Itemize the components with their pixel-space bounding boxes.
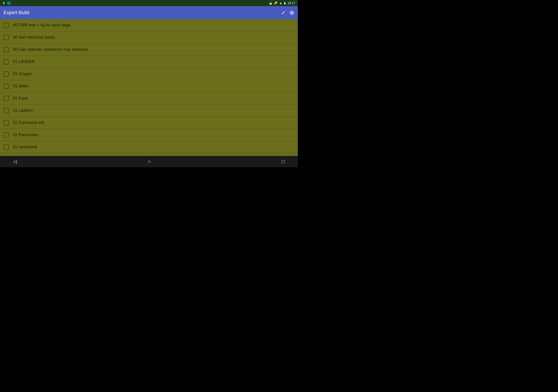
home-button[interactable]: ○ <box>148 159 151 164</box>
checklist-item[interactable]: 01 Food <box>0 92 298 104</box>
globe-icon: 🌐 <box>7 1 11 5</box>
checklist-item[interactable]: 00 TWR max < 4g for each stage <box>0 19 298 31</box>
checklist-item[interactable]: 01 Oxygen <box>0 68 298 80</box>
item-label: 01 Heatshield <box>13 145 37 149</box>
app-bar-actions: ✓ ⊕ <box>281 9 294 16</box>
checklist-item[interactable]: 01 LANDER <box>0 56 298 68</box>
checklist-item[interactable]: 01 Command unit <box>0 117 298 129</box>
checklist-item[interactable]: 00 Sum electrical needs <box>0 31 298 43</box>
bluetooth-icon: ⬓ <box>269 1 272 5</box>
time-display: 15:17 <box>288 1 295 5</box>
checklist-item[interactable]: 01 Ladders <box>0 104 298 117</box>
item-label: 00 TWR max < 4g for each stage <box>13 23 71 27</box>
checkbox[interactable] <box>3 47 9 52</box>
item-label: 00 Sum electrical needs <box>13 35 55 40</box>
battery-icon: ▮ <box>284 1 286 5</box>
checkbox[interactable] <box>3 96 9 101</box>
checklist-content: 00 TWR max < 4g for each stage00 Sum ele… <box>0 19 298 156</box>
checkbox[interactable] <box>3 59 9 64</box>
item-label: 01 Parachutes <box>13 133 38 137</box>
status-bar-right: ⬓ 🔑 ▲ ▮ 15:17 <box>269 1 295 5</box>
checkbox[interactable] <box>3 108 9 113</box>
checkbox[interactable] <box>3 35 9 40</box>
checkbox[interactable] <box>3 145 9 150</box>
checklist-item[interactable]: 01 Parachutes <box>0 129 298 141</box>
add-item-button[interactable]: ⊕ <box>289 9 294 16</box>
upload-icon: ⬆ <box>3 1 5 5</box>
checkbox[interactable] <box>3 132 9 138</box>
item-label: 01 Ladders <box>13 108 33 113</box>
checkbox[interactable] <box>3 23 9 28</box>
checklist-item[interactable]: 01 Water <box>0 80 298 92</box>
item-label: 01 Oxygen <box>13 72 32 76</box>
app-title: Expert Build <box>3 10 29 16</box>
checkbox[interactable] <box>3 71 9 77</box>
check-all-button[interactable]: ✓ <box>281 9 286 16</box>
status-bar-left: ⬆ 🌐 <box>3 1 11 5</box>
status-bar: ⬆ 🌐 ⬓ 🔑 ▲ ▮ 15:17 <box>0 0 298 6</box>
back-button[interactable]: ◁ <box>13 159 17 164</box>
checklist-item[interactable]: 01 RCS Thruster <box>0 153 298 156</box>
item-label: 01 LANDER <box>13 60 35 64</box>
checkbox[interactable] <box>3 120 9 125</box>
checklist-item[interactable]: 01 Heatshield <box>0 141 298 153</box>
checkbox[interactable] <box>3 84 9 89</box>
item-label: 01 Command unit <box>13 120 44 125</box>
key-icon: 🔑 <box>274 1 278 5</box>
recents-button[interactable]: □ <box>282 159 285 164</box>
item-label: 00 Calc batteries needed for max darknes… <box>13 47 88 52</box>
bottom-nav-bar: ◁ ○ □ <box>0 156 298 167</box>
item-label: 01 Water <box>13 84 29 88</box>
wifi-icon: ▲ <box>279 1 282 5</box>
item-label: 01 Food <box>13 96 27 101</box>
app-bar: Expert Build ✓ ⊕ <box>0 6 298 19</box>
checklist-item[interactable]: 00 Calc batteries needed for max darknes… <box>0 43 298 56</box>
